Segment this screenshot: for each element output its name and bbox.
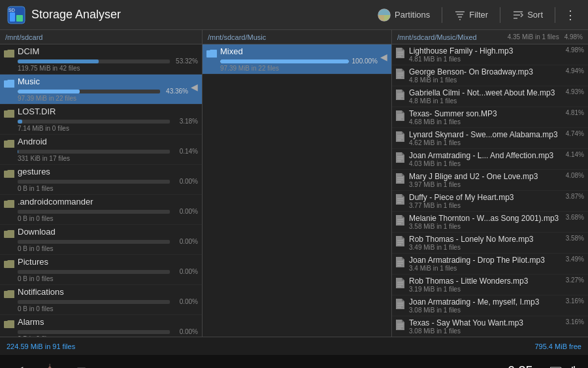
file-name: Joan Armatrading - Me, myself, I.mp3 (409, 297, 561, 307)
folder-icon (4, 48, 14, 58)
left-folder-item[interactable]: Music 43.36% 97.39 MiB in 22 files ◀ (0, 75, 202, 105)
app-icon: SD (7, 5, 26, 25)
file-pct: 4.98% (561, 46, 584, 54)
recents-nav-icon[interactable]: ▣ (76, 365, 86, 369)
file-name: Mary J Blige and U2 - One Love.mp3 (409, 172, 561, 181)
file-item[interactable]: Lynard Skynard - Swe...ome Alabama.mp3 4… (392, 128, 588, 149)
file-item[interactable]: Joan Armatrading - L... And Affection.mp… (392, 149, 588, 170)
file-subtext: 4.8 MiB in 1 files (409, 76, 561, 84)
file-item[interactable]: Mary J Blige and U2 - One Love.mp3 3.97 … (392, 170, 588, 191)
folder-subtext: 7.14 MiB in 0 files (18, 125, 198, 132)
partitions-button[interactable]: Partitions (369, 5, 438, 25)
file-item[interactable]: Duffy - Piece of My Heart.mp3 3.77 MiB i… (392, 191, 588, 212)
folder-info: Android 0.14% 331 KiB in 17 files (18, 137, 198, 162)
file-info: Mary J Blige and U2 - One Love.mp3 3.97 … (409, 172, 561, 188)
file-name: Lynard Skynard - Swe...ome Alabama.mp3 (409, 130, 561, 139)
divider3 (555, 7, 555, 23)
file-item[interactable]: Gabriella Cilmi - Not...weet About Me.mp… (392, 86, 588, 107)
file-icon (396, 90, 405, 100)
file-item[interactable]: Rob Thomas - Lonely No More.mp3 3.49 MiB… (392, 233, 588, 254)
home-nav-icon[interactable]: ⛪ (42, 363, 57, 368)
file-item[interactable]: Joan Armatrading - Me, myself, I.mp3 3.0… (392, 295, 588, 316)
mid-folder-item[interactable]: Mixed 100.00% 97.39 MiB in 22 files ◀ (203, 44, 391, 75)
folder-info: gestures 0.00% 0 B in 1 files (18, 167, 198, 192)
left-folder-item[interactable]: gestures 0.00% 0 B in 1 files (0, 165, 202, 195)
folder-bar-row: 0.00% (18, 268, 198, 275)
file-item[interactable]: Texas - Say What You Want.mp3 3.08 MiB i… (392, 316, 588, 337)
left-folder-item[interactable]: Notifications 0.00% 0 B in 0 files (0, 285, 202, 315)
file-icon (396, 173, 405, 184)
file-pct: 4.94% (561, 67, 584, 75)
file-item[interactable]: Lighthouse Family - High.mp3 4.81 MiB in… (392, 44, 588, 65)
file-item[interactable]: Joan Armatrading - Drop The Pilot.mp3 3.… (392, 254, 588, 275)
back-nav-icon[interactable]: ◀ (13, 363, 23, 368)
folder-subtext: 331 KiB in 17 files (18, 155, 198, 162)
folder-info: Music 43.36% 97.39 MiB in 22 files (18, 76, 188, 102)
filter-button[interactable]: Filter (446, 6, 496, 24)
folder-bar-fill (18, 59, 99, 63)
folder-bar-bg (18, 210, 170, 214)
folder-pct: 0.00% (173, 208, 198, 215)
mid-panel-items: Mixed 100.00% 97.39 MiB in 22 files ◀ (203, 44, 391, 337)
folder-bar-bg (18, 300, 170, 304)
status-right: 795.4 MiB free (534, 343, 581, 350)
left-folder-item[interactable]: .androidcommander 0.00% 0 B in 0 files (0, 195, 202, 225)
folder-pct: 0.00% (173, 328, 198, 335)
folder-name: Download (18, 227, 198, 237)
left-folder-item[interactable]: LOST.DIR 3.18% 7.14 MiB in 0 files (0, 105, 202, 135)
folder-icon (4, 289, 14, 298)
file-name: Texas - Say What You Want.mp3 (409, 318, 561, 327)
folder-bar-fill (220, 59, 349, 63)
file-subtext: 3.77 MiB in 1 files (409, 202, 561, 209)
divider1 (442, 7, 442, 23)
file-item[interactable]: Rob Thomas - Little Wonders.mp3 3.19 MiB… (392, 275, 588, 295)
file-name: Rob Thomas - Little Wonders.mp3 (409, 276, 561, 286)
file-pct: 3.16% (561, 297, 584, 305)
left-folder-item[interactable]: Download 0.00% 0 B in 0 files (0, 225, 202, 255)
file-name: Rob Thomas - Lonely No More.mp3 (409, 235, 561, 244)
folder-name: Alarms (18, 317, 198, 327)
file-info: Joan Armatrading - L... And Affection.mp… (409, 151, 561, 167)
file-icon (396, 152, 405, 163)
folder-icon (4, 169, 14, 178)
file-icon (396, 257, 405, 267)
left-panel: /mnt/sdcard DCIM 53.32% 119.75 MiB in 42… (0, 30, 203, 337)
file-name: Lighthouse Family - High.mp3 (409, 46, 561, 56)
folder-subtext: 0 B in 0 files (18, 275, 198, 282)
left-folder-item[interactable]: Android 0.14% 331 KiB in 17 files (0, 135, 202, 165)
divider2 (500, 7, 500, 23)
sort-label: Sort (527, 10, 543, 20)
folder-icon (4, 259, 14, 268)
folder-info: Pictures 0.00% 0 B in 0 files (18, 257, 198, 282)
file-subtext: 4.68 MiB in 1 files (409, 118, 561, 125)
file-subtext: 3.08 MiB in 1 files (409, 327, 561, 335)
file-item[interactable]: George Benson- On Broadway.mp3 4.8 MiB i… (392, 65, 588, 86)
file-pct: 4.93% (561, 88, 584, 95)
file-item[interactable]: Melanie Thornton - W...as Song 2001).mp3… (392, 212, 588, 233)
more-button[interactable]: ⋮ (559, 5, 581, 25)
file-pct: 3.87% (561, 193, 584, 200)
file-icon (396, 215, 405, 226)
folder-bar-row: 0.00% (18, 238, 198, 245)
sort-button[interactable]: Sort (504, 6, 551, 24)
right-panel-items: Lighthouse Family - High.mp3 4.81 MiB in… (392, 44, 588, 337)
partitions-label: Partitions (395, 10, 430, 20)
file-item[interactable]: Texas- Summer son.MP3 4.68 MiB in 1 file… (392, 107, 588, 128)
top-actions: Partitions Filter Sort ⋮ (369, 5, 581, 25)
left-folder-item[interactable]: Alarms 0.00% 0 B in 0 files (0, 315, 202, 337)
folder-icon (4, 139, 14, 148)
right-panel-header: /mnt/sdcard/Music/Mixed 4.35 MiB in 1 fi… (392, 30, 588, 44)
file-name: Duffy - Piece of My Heart.mp3 (409, 193, 561, 202)
folder-bar-row: 43.36% (18, 88, 188, 95)
file-pct: 4.74% (561, 130, 584, 137)
file-name: Texas- Summer son.MP3 (409, 109, 561, 118)
folder-info: DCIM 53.32% 119.75 MiB in 42 files (18, 46, 198, 72)
file-pct: 3.68% (561, 214, 584, 221)
folder-name: Notifications (18, 287, 198, 297)
folder-icon (4, 109, 14, 118)
left-folder-item[interactable]: Pictures 0.00% 0 B in 0 files (0, 255, 202, 285)
arrow-indicator: ◀ (380, 52, 387, 62)
left-panel-items: DCIM 53.32% 119.75 MiB in 42 files Music… (0, 44, 202, 337)
left-folder-item[interactable]: DCIM 53.32% 119.75 MiB in 42 files (0, 44, 202, 75)
folder-icon (4, 78, 14, 88)
